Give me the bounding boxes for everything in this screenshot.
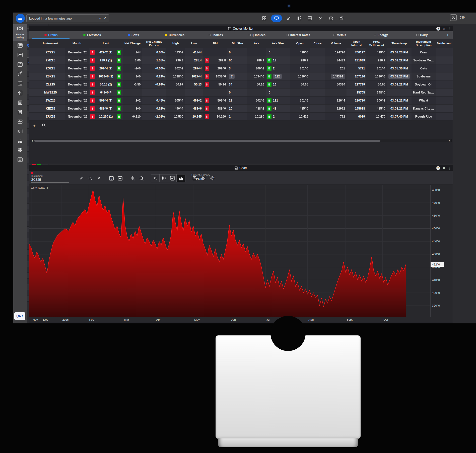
monitor-icon[interactable]	[271, 15, 282, 22]
close-icon[interactable]: ✕	[443, 166, 445, 170]
tab-energy[interactable]: Energy	[360, 31, 401, 39]
buy-button[interactable]: B	[117, 50, 121, 55]
sidebar-item-wallet[interactable]	[13, 79, 27, 88]
sidebar-item-apps-grid[interactable]	[13, 145, 27, 155]
sidebar-item-import-document[interactable]	[13, 88, 27, 98]
sell-button[interactable]: S	[205, 114, 209, 119]
chart-instrument-field[interactable]: Instrument ZCZ25	[31, 175, 69, 183]
tab-dairy[interactable]: Dairy	[401, 31, 443, 39]
sell-button[interactable]: S	[90, 58, 95, 63]
column-header-ask_size[interactable]: Ask Size	[266, 39, 290, 48]
buy-button[interactable]: B	[117, 74, 121, 79]
kebab-menu-icon[interactable]: ⋮	[448, 27, 451, 31]
sell-button[interactable]: S	[90, 114, 95, 119]
table-row-ZSX25[interactable]: ZSX25November '25S1033^6 (1)B3^00.29%103…	[29, 72, 453, 80]
tab-interest-rates[interactable]: Interest Rates	[278, 31, 319, 39]
main-menu-button[interactable]	[16, 14, 25, 23]
buy-button[interactable]: B	[117, 90, 121, 95]
instrument-value[interactable]: ZCZ25	[31, 177, 69, 183]
sell-button[interactable]: S	[205, 82, 209, 87]
tab-currencies[interactable]: Currencies	[154, 31, 195, 39]
sell-button[interactable]: S	[205, 74, 209, 79]
table-row-ZRX25[interactable]: ZRX25November '25S10.260 (1)B-0.210-2.01…	[29, 113, 453, 121]
sell-button[interactable]: S	[205, 106, 209, 111]
tab-grains[interactable]: Grains	[30, 31, 72, 39]
column-header-bid[interactable]: Bid	[203, 39, 227, 48]
table-row-ZOZ25[interactable]: ZOZ25December '25S299^4 (2)B-2^0-0.66%30…	[29, 64, 453, 72]
sell-button[interactable]: S	[90, 90, 95, 95]
column-header-close[interactable]: Close	[310, 39, 325, 48]
sell-button[interactable]: S	[90, 82, 95, 87]
column-header-month[interactable]: Month	[65, 39, 89, 48]
panel-grid-icon[interactable]	[260, 15, 268, 22]
draw-pencil-icon[interactable]	[78, 175, 85, 182]
sidebar-item-sliders[interactable]	[13, 60, 27, 69]
chart-bars-icon[interactable]	[151, 174, 160, 182]
column-header-description[interactable]: Instrument Description	[412, 39, 436, 48]
sidebar-item-news[interactable]	[13, 98, 27, 107]
chart-area-icon[interactable]	[177, 174, 185, 182]
sell-button[interactable]: S	[205, 58, 209, 63]
sell-button[interactable]: S	[90, 50, 95, 55]
sell-button[interactable]: S	[205, 66, 209, 71]
scroll-left-arrow[interactable]: ◀	[30, 139, 34, 142]
tab-metals[interactable]: Metals	[319, 31, 360, 39]
sell-button[interactable]: S	[90, 98, 95, 103]
table-row-ZWZ25[interactable]: ZWZ25December '25S502^4 (1)B2^20.45%505^…	[29, 97, 453, 105]
column-header-settlement[interactable]: Settlement	[436, 39, 453, 48]
column-header-last[interactable]: Last	[89, 39, 123, 48]
close-icon[interactable]: ✕	[443, 27, 445, 31]
table-row-ZCZ25[interactable]: ZCZ25December '25S422^2 (1)B2^40.60%423^…	[29, 48, 453, 56]
help-icon[interactable]: ?	[436, 166, 440, 170]
buy-button[interactable]: B	[267, 58, 271, 63]
sidebar-item-hierarchy-tree[interactable]	[13, 136, 27, 145]
scrollbar-thumb[interactable]	[34, 140, 380, 142]
add-tab-button[interactable]: +	[443, 31, 453, 39]
search-icon[interactable]	[87, 175, 93, 182]
table-row-ZMZ25[interactable]: ZMZ25December '25S289.9 (1)B3.001.05%290…	[29, 56, 453, 64]
sell-button[interactable]: S	[205, 98, 209, 103]
row-handle[interactable]	[29, 80, 36, 88]
column-header-net_change[interactable]: Net Change	[123, 39, 142, 48]
sell-button[interactable]: S	[90, 106, 95, 111]
buy-button[interactable]: B	[267, 98, 271, 103]
duplicate-icon[interactable]	[338, 15, 345, 22]
row-handle[interactable]	[29, 97, 36, 104]
table-grid-icon[interactable]	[306, 15, 314, 22]
table-row-MWEZ25[interactable]: MWEZ25December '25S648^0 PB0015705648^0H…	[29, 88, 453, 97]
sidebar-item-watchlist-edit[interactable]	[13, 107, 27, 117]
sidebar-item-positions-rows[interactable]	[13, 117, 27, 126]
table-row-KEZ25[interactable]: KEZ25December '25S488^0 (1)B3^00.62%490^…	[29, 105, 453, 113]
column-header-open_interest[interactable]: Open Interest	[347, 39, 366, 48]
column-header-high[interactable]: High	[166, 39, 185, 48]
sidebar-item-orders-table[interactable]	[13, 155, 27, 164]
sidebar-item-quotes-board[interactable]	[13, 41, 27, 50]
user-account-button[interactable]	[450, 14, 457, 21]
buy-button[interactable]: B	[117, 82, 121, 87]
buy-button[interactable]: B	[267, 74, 271, 79]
buy-button[interactable]: B	[267, 114, 271, 119]
price-chart[interactable]: 390^0400^0410^0420^0430^0440^0450^0460^0…	[29, 185, 453, 322]
sidebar-item-chart-box[interactable]	[13, 126, 27, 136]
clear-x-icon[interactable]	[96, 175, 102, 182]
column-header-prev_settlement[interactable]: Prev. Settlement	[366, 39, 387, 48]
column-header-open[interactable]: Open	[290, 39, 310, 48]
buy-button[interactable]: B	[267, 106, 271, 111]
column-header-bid_size[interactable]: Bid Size	[227, 39, 247, 48]
period-day-icon[interactable]: D	[108, 175, 115, 182]
sidebar-item-futures-trading[interactable]: Futurestrading	[13, 24, 27, 41]
column-header-volume[interactable]: Volume	[325, 39, 347, 48]
tab-softs[interactable]: Softs	[113, 31, 154, 39]
buy-button[interactable]: B	[267, 82, 271, 87]
buy-button[interactable]: B	[117, 98, 121, 103]
close-icon[interactable]	[317, 15, 324, 22]
add-row-icon[interactable]: ＋	[32, 123, 36, 128]
buy-button[interactable]: B	[117, 66, 121, 71]
sidebar-item-instrument-list[interactable]	[13, 69, 27, 79]
sell-button[interactable]: S	[90, 74, 95, 79]
login-status-dropdown[interactable]: Logged in, a few minutes ago ▼ ✓	[26, 14, 109, 22]
row-handle[interactable]	[29, 105, 36, 112]
chart-titlebar[interactable]: Chart ? ✕ ⋮	[29, 165, 453, 171]
tab-livestock[interactable]: Livestock	[72, 31, 113, 39]
buy-button[interactable]: B	[117, 58, 121, 63]
